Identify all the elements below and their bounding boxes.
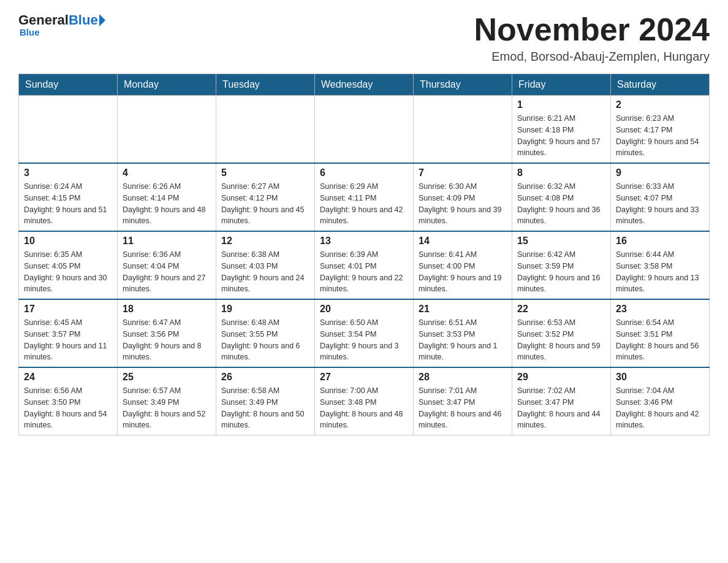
cell-sun-info: Sunrise: 6:23 AMSunset: 4:17 PMDaylight:… [616, 113, 704, 159]
cell-sun-info: Sunrise: 6:47 AMSunset: 3:56 PMDaylight:… [123, 317, 211, 363]
weekday-header-thursday: Thursday [414, 74, 512, 96]
calendar-cell: 22Sunrise: 6:53 AMSunset: 3:52 PMDayligh… [512, 299, 611, 367]
calendar-cell: 25Sunrise: 6:57 AMSunset: 3:49 PMDayligh… [118, 367, 216, 435]
cell-day-number: 17 [24, 304, 112, 315]
cell-sun-info: Sunrise: 6:48 AMSunset: 3:55 PMDaylight:… [221, 317, 309, 363]
weekday-header-tuesday: Tuesday [216, 74, 315, 96]
calendar-week-row-4: 24Sunrise: 6:56 AMSunset: 3:50 PMDayligh… [19, 367, 710, 435]
weekday-header-wednesday: Wednesday [315, 74, 414, 96]
cell-day-number: 4 [123, 167, 211, 178]
cell-day-number: 16 [616, 236, 704, 247]
cell-day-number: 6 [320, 167, 408, 178]
cell-sun-info: Sunrise: 6:57 AMSunset: 3:49 PMDaylight:… [123, 385, 211, 431]
calendar-table: SundayMondayTuesdayWednesdayThursdayFrid… [18, 74, 710, 435]
cell-day-number: 22 [517, 304, 605, 315]
cell-sun-info: Sunrise: 6:27 AMSunset: 4:12 PMDaylight:… [221, 181, 309, 227]
calendar-cell: 16Sunrise: 6:44 AMSunset: 3:58 PMDayligh… [611, 231, 710, 299]
cell-sun-info: Sunrise: 6:29 AMSunset: 4:11 PMDaylight:… [320, 181, 408, 227]
title-area: November 2024 Emod, Borsod-Abauj-Zemplen… [474, 12, 710, 64]
cell-day-number: 19 [221, 304, 309, 315]
calendar-week-row-1: 3Sunrise: 6:24 AMSunset: 4:15 PMDaylight… [19, 163, 710, 231]
cell-sun-info: Sunrise: 6:32 AMSunset: 4:08 PMDaylight:… [517, 181, 605, 227]
calendar-cell: 24Sunrise: 6:56 AMSunset: 3:50 PMDayligh… [19, 367, 118, 435]
cell-sun-info: Sunrise: 6:21 AMSunset: 4:18 PMDaylight:… [517, 113, 605, 159]
cell-sun-info: Sunrise: 7:01 AMSunset: 3:47 PMDaylight:… [419, 385, 507, 431]
cell-sun-info: Sunrise: 6:42 AMSunset: 3:59 PMDaylight:… [517, 249, 605, 295]
calendar-week-row-3: 17Sunrise: 6:45 AMSunset: 3:57 PMDayligh… [19, 299, 710, 367]
cell-sun-info: Sunrise: 6:35 AMSunset: 4:05 PMDaylight:… [24, 249, 112, 295]
weekday-header-sunday: Sunday [19, 74, 118, 96]
month-title: November 2024 [474, 12, 710, 47]
calendar-cell: 8Sunrise: 6:32 AMSunset: 4:08 PMDaylight… [512, 163, 611, 231]
cell-sun-info: Sunrise: 6:58 AMSunset: 3:49 PMDaylight:… [221, 385, 309, 431]
calendar-cell: 18Sunrise: 6:47 AMSunset: 3:56 PMDayligh… [118, 299, 216, 367]
cell-day-number: 11 [123, 236, 211, 247]
cell-day-number: 29 [517, 372, 605, 383]
cell-day-number: 20 [320, 304, 408, 315]
cell-sun-info: Sunrise: 6:45 AMSunset: 3:57 PMDaylight:… [24, 317, 112, 363]
cell-day-number: 28 [419, 372, 507, 383]
cell-sun-info: Sunrise: 7:04 AMSunset: 3:46 PMDaylight:… [616, 385, 704, 431]
cell-sun-info: Sunrise: 6:51 AMSunset: 3:53 PMDaylight:… [419, 317, 507, 363]
calendar-cell: 2Sunrise: 6:23 AMSunset: 4:17 PMDaylight… [611, 96, 710, 164]
calendar-cell: 15Sunrise: 6:42 AMSunset: 3:59 PMDayligh… [512, 231, 611, 299]
logo-arrow-icon [99, 14, 105, 26]
calendar-cell: 23Sunrise: 6:54 AMSunset: 3:51 PMDayligh… [611, 299, 710, 367]
cell-day-number: 26 [221, 372, 309, 383]
calendar-cell: 17Sunrise: 6:45 AMSunset: 3:57 PMDayligh… [19, 299, 118, 367]
calendar-cell: 6Sunrise: 6:29 AMSunset: 4:11 PMDaylight… [315, 163, 414, 231]
cell-day-number: 12 [221, 236, 309, 247]
calendar-cell: 9Sunrise: 6:33 AMSunset: 4:07 PMDaylight… [611, 163, 710, 231]
weekday-header-monday: Monday [118, 74, 216, 96]
cell-sun-info: Sunrise: 6:53 AMSunset: 3:52 PMDaylight:… [517, 317, 605, 363]
cell-day-number: 18 [123, 304, 211, 315]
cell-sun-info: Sunrise: 7:02 AMSunset: 3:47 PMDaylight:… [517, 385, 605, 431]
calendar-cell [216, 96, 315, 164]
cell-day-number: 2 [616, 99, 704, 110]
cell-day-number: 23 [616, 304, 704, 315]
weekday-header-row: SundayMondayTuesdayWednesdayThursdayFrid… [19, 74, 710, 96]
location-subtitle: Emod, Borsod-Abauj-Zemplen, Hungary [474, 50, 710, 64]
weekday-header-saturday: Saturday [611, 74, 710, 96]
cell-sun-info: Sunrise: 6:39 AMSunset: 4:01 PMDaylight:… [320, 249, 408, 295]
calendar-cell [414, 96, 512, 164]
cell-sun-info: Sunrise: 6:24 AMSunset: 4:15 PMDaylight:… [24, 181, 112, 227]
calendar-cell: 7Sunrise: 6:30 AMSunset: 4:09 PMDaylight… [414, 163, 512, 231]
calendar-week-row-0: 1Sunrise: 6:21 AMSunset: 4:18 PMDaylight… [19, 96, 710, 164]
cell-day-number: 8 [517, 167, 605, 178]
calendar-cell: 13Sunrise: 6:39 AMSunset: 4:01 PMDayligh… [315, 231, 414, 299]
cell-sun-info: Sunrise: 6:44 AMSunset: 3:58 PMDaylight:… [616, 249, 704, 295]
cell-day-number: 21 [419, 304, 507, 315]
cell-sun-info: Sunrise: 6:38 AMSunset: 4:03 PMDaylight:… [221, 249, 309, 295]
calendar-cell: 26Sunrise: 6:58 AMSunset: 3:49 PMDayligh… [216, 367, 315, 435]
cell-day-number: 1 [517, 99, 605, 110]
calendar-cell: 1Sunrise: 6:21 AMSunset: 4:18 PMDaylight… [512, 96, 611, 164]
cell-day-number: 15 [517, 236, 605, 247]
calendar-cell [118, 96, 216, 164]
calendar-cell: 11Sunrise: 6:36 AMSunset: 4:04 PMDayligh… [118, 231, 216, 299]
cell-day-number: 10 [24, 236, 112, 247]
calendar-cell: 3Sunrise: 6:24 AMSunset: 4:15 PMDaylight… [19, 163, 118, 231]
logo-general-text: General [18, 12, 69, 28]
cell-day-number: 3 [24, 167, 112, 178]
cell-day-number: 27 [320, 372, 408, 383]
cell-sun-info: Sunrise: 6:41 AMSunset: 4:00 PMDaylight:… [419, 249, 507, 295]
calendar-cell: 30Sunrise: 7:04 AMSunset: 3:46 PMDayligh… [611, 367, 710, 435]
calendar-cell: 20Sunrise: 6:50 AMSunset: 3:54 PMDayligh… [315, 299, 414, 367]
cell-day-number: 13 [320, 236, 408, 247]
cell-sun-info: Sunrise: 6:36 AMSunset: 4:04 PMDaylight:… [123, 249, 211, 295]
logo-tagline: Blue [20, 27, 40, 37]
calendar-cell: 5Sunrise: 6:27 AMSunset: 4:12 PMDaylight… [216, 163, 315, 231]
cell-day-number: 14 [419, 236, 507, 247]
cell-sun-info: Sunrise: 6:30 AMSunset: 4:09 PMDaylight:… [419, 181, 507, 227]
calendar-cell: 27Sunrise: 7:00 AMSunset: 3:48 PMDayligh… [315, 367, 414, 435]
cell-sun-info: Sunrise: 6:33 AMSunset: 4:07 PMDaylight:… [616, 181, 704, 227]
cell-day-number: 5 [221, 167, 309, 178]
calendar-cell [19, 96, 118, 164]
calendar-cell [315, 96, 414, 164]
calendar-cell: 14Sunrise: 6:41 AMSunset: 4:00 PMDayligh… [414, 231, 512, 299]
cell-day-number: 9 [616, 167, 704, 178]
cell-day-number: 7 [419, 167, 507, 178]
logo: GeneralBlue [18, 12, 105, 28]
cell-sun-info: Sunrise: 6:50 AMSunset: 3:54 PMDaylight:… [320, 317, 408, 363]
